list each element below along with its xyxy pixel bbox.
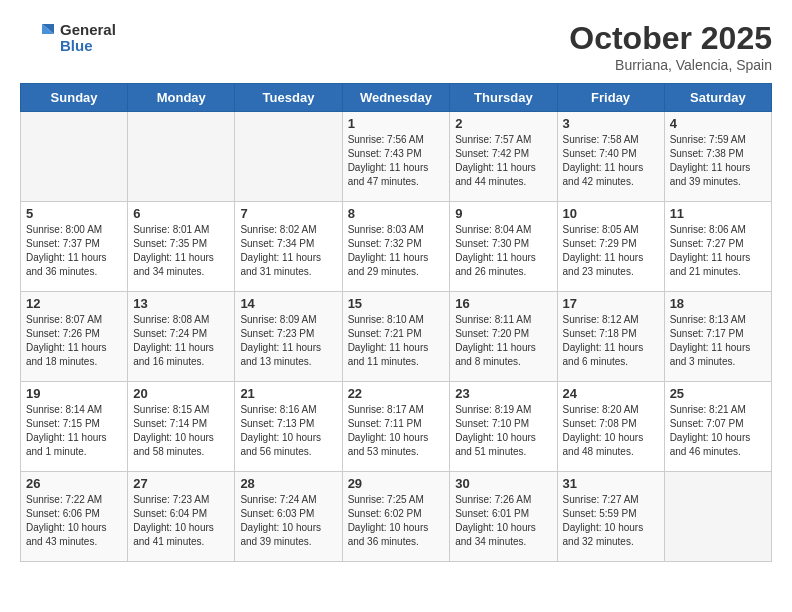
day-cell: 9Sunrise: 8:04 AM Sunset: 7:30 PM Daylig…	[450, 202, 557, 292]
day-header-friday: Friday	[557, 84, 664, 112]
day-detail: Sunrise: 7:23 AM Sunset: 6:04 PM Dayligh…	[133, 493, 229, 549]
day-detail: Sunrise: 8:21 AM Sunset: 7:07 PM Dayligh…	[670, 403, 766, 459]
day-detail: Sunrise: 7:25 AM Sunset: 6:02 PM Dayligh…	[348, 493, 445, 549]
day-number: 9	[455, 206, 551, 221]
day-header-monday: Monday	[128, 84, 235, 112]
day-detail: Sunrise: 8:11 AM Sunset: 7:20 PM Dayligh…	[455, 313, 551, 369]
day-cell	[664, 472, 771, 562]
day-cell: 18Sunrise: 8:13 AM Sunset: 7:17 PM Dayli…	[664, 292, 771, 382]
day-header-tuesday: Tuesday	[235, 84, 342, 112]
day-number: 14	[240, 296, 336, 311]
title-block: October 2025 Burriana, Valencia, Spain	[569, 20, 772, 73]
day-header-saturday: Saturday	[664, 84, 771, 112]
day-detail: Sunrise: 7:57 AM Sunset: 7:42 PM Dayligh…	[455, 133, 551, 189]
day-cell: 22Sunrise: 8:17 AM Sunset: 7:11 PM Dayli…	[342, 382, 450, 472]
day-cell: 16Sunrise: 8:11 AM Sunset: 7:20 PM Dayli…	[450, 292, 557, 382]
day-cell: 2Sunrise: 7:57 AM Sunset: 7:42 PM Daylig…	[450, 112, 557, 202]
day-number: 15	[348, 296, 445, 311]
day-detail: Sunrise: 7:24 AM Sunset: 6:03 PM Dayligh…	[240, 493, 336, 549]
day-cell	[128, 112, 235, 202]
day-number: 11	[670, 206, 766, 221]
day-number: 31	[563, 476, 659, 491]
subtitle: Burriana, Valencia, Spain	[569, 57, 772, 73]
day-detail: Sunrise: 8:16 AM Sunset: 7:13 PM Dayligh…	[240, 403, 336, 459]
day-number: 12	[26, 296, 122, 311]
day-detail: Sunrise: 8:08 AM Sunset: 7:24 PM Dayligh…	[133, 313, 229, 369]
day-detail: Sunrise: 7:56 AM Sunset: 7:43 PM Dayligh…	[348, 133, 445, 189]
day-detail: Sunrise: 8:01 AM Sunset: 7:35 PM Dayligh…	[133, 223, 229, 279]
day-detail: Sunrise: 7:59 AM Sunset: 7:38 PM Dayligh…	[670, 133, 766, 189]
day-number: 28	[240, 476, 336, 491]
day-cell: 7Sunrise: 8:02 AM Sunset: 7:34 PM Daylig…	[235, 202, 342, 292]
day-detail: Sunrise: 8:20 AM Sunset: 7:08 PM Dayligh…	[563, 403, 659, 459]
day-cell: 30Sunrise: 7:26 AM Sunset: 6:01 PM Dayli…	[450, 472, 557, 562]
day-number: 6	[133, 206, 229, 221]
day-cell: 6Sunrise: 8:01 AM Sunset: 7:35 PM Daylig…	[128, 202, 235, 292]
day-number: 21	[240, 386, 336, 401]
day-number: 23	[455, 386, 551, 401]
day-number: 27	[133, 476, 229, 491]
day-cell: 31Sunrise: 7:27 AM Sunset: 5:59 PM Dayli…	[557, 472, 664, 562]
day-number: 20	[133, 386, 229, 401]
day-number: 3	[563, 116, 659, 131]
day-detail: Sunrise: 8:00 AM Sunset: 7:37 PM Dayligh…	[26, 223, 122, 279]
day-cell: 28Sunrise: 7:24 AM Sunset: 6:03 PM Dayli…	[235, 472, 342, 562]
day-cell: 8Sunrise: 8:03 AM Sunset: 7:32 PM Daylig…	[342, 202, 450, 292]
day-detail: Sunrise: 8:15 AM Sunset: 7:14 PM Dayligh…	[133, 403, 229, 459]
day-detail: Sunrise: 8:07 AM Sunset: 7:26 PM Dayligh…	[26, 313, 122, 369]
day-detail: Sunrise: 8:06 AM Sunset: 7:27 PM Dayligh…	[670, 223, 766, 279]
day-cell: 3Sunrise: 7:58 AM Sunset: 7:40 PM Daylig…	[557, 112, 664, 202]
day-number: 19	[26, 386, 122, 401]
day-number: 22	[348, 386, 445, 401]
day-cell: 20Sunrise: 8:15 AM Sunset: 7:14 PM Dayli…	[128, 382, 235, 472]
day-number: 18	[670, 296, 766, 311]
day-number: 10	[563, 206, 659, 221]
day-detail: Sunrise: 7:26 AM Sunset: 6:01 PM Dayligh…	[455, 493, 551, 549]
day-number: 13	[133, 296, 229, 311]
day-cell: 5Sunrise: 8:00 AM Sunset: 7:37 PM Daylig…	[21, 202, 128, 292]
day-cell: 1Sunrise: 7:56 AM Sunset: 7:43 PM Daylig…	[342, 112, 450, 202]
day-detail: Sunrise: 8:17 AM Sunset: 7:11 PM Dayligh…	[348, 403, 445, 459]
day-number: 8	[348, 206, 445, 221]
day-number: 17	[563, 296, 659, 311]
day-cell: 19Sunrise: 8:14 AM Sunset: 7:15 PM Dayli…	[21, 382, 128, 472]
day-number: 29	[348, 476, 445, 491]
day-cell	[21, 112, 128, 202]
day-detail: Sunrise: 8:10 AM Sunset: 7:21 PM Dayligh…	[348, 313, 445, 369]
day-cell	[235, 112, 342, 202]
day-cell: 4Sunrise: 7:59 AM Sunset: 7:38 PM Daylig…	[664, 112, 771, 202]
day-cell: 14Sunrise: 8:09 AM Sunset: 7:23 PM Dayli…	[235, 292, 342, 382]
page-header: General Blue October 2025 Burriana, Vale…	[20, 20, 772, 73]
day-cell: 12Sunrise: 8:07 AM Sunset: 7:26 PM Dayli…	[21, 292, 128, 382]
header-row: SundayMondayTuesdayWednesdayThursdayFrid…	[21, 84, 772, 112]
day-header-wednesday: Wednesday	[342, 84, 450, 112]
day-detail: Sunrise: 8:09 AM Sunset: 7:23 PM Dayligh…	[240, 313, 336, 369]
day-number: 5	[26, 206, 122, 221]
day-cell: 17Sunrise: 8:12 AM Sunset: 7:18 PM Dayli…	[557, 292, 664, 382]
day-number: 30	[455, 476, 551, 491]
week-row-1: 1Sunrise: 7:56 AM Sunset: 7:43 PM Daylig…	[21, 112, 772, 202]
day-number: 26	[26, 476, 122, 491]
day-detail: Sunrise: 8:04 AM Sunset: 7:30 PM Dayligh…	[455, 223, 551, 279]
day-detail: Sunrise: 7:22 AM Sunset: 6:06 PM Dayligh…	[26, 493, 122, 549]
day-detail: Sunrise: 8:14 AM Sunset: 7:15 PM Dayligh…	[26, 403, 122, 459]
month-title: October 2025	[569, 20, 772, 57]
day-number: 2	[455, 116, 551, 131]
day-detail: Sunrise: 7:27 AM Sunset: 5:59 PM Dayligh…	[563, 493, 659, 549]
day-cell: 23Sunrise: 8:19 AM Sunset: 7:10 PM Dayli…	[450, 382, 557, 472]
day-cell: 25Sunrise: 8:21 AM Sunset: 7:07 PM Dayli…	[664, 382, 771, 472]
day-cell: 10Sunrise: 8:05 AM Sunset: 7:29 PM Dayli…	[557, 202, 664, 292]
day-number: 16	[455, 296, 551, 311]
day-number: 4	[670, 116, 766, 131]
day-cell: 13Sunrise: 8:08 AM Sunset: 7:24 PM Dayli…	[128, 292, 235, 382]
day-number: 7	[240, 206, 336, 221]
day-cell: 27Sunrise: 7:23 AM Sunset: 6:04 PM Dayli…	[128, 472, 235, 562]
day-detail: Sunrise: 8:12 AM Sunset: 7:18 PM Dayligh…	[563, 313, 659, 369]
week-row-3: 12Sunrise: 8:07 AM Sunset: 7:26 PM Dayli…	[21, 292, 772, 382]
day-cell: 26Sunrise: 7:22 AM Sunset: 6:06 PM Dayli…	[21, 472, 128, 562]
week-row-4: 19Sunrise: 8:14 AM Sunset: 7:15 PM Dayli…	[21, 382, 772, 472]
day-cell: 24Sunrise: 8:20 AM Sunset: 7:08 PM Dayli…	[557, 382, 664, 472]
day-cell: 15Sunrise: 8:10 AM Sunset: 7:21 PM Dayli…	[342, 292, 450, 382]
day-detail: Sunrise: 8:03 AM Sunset: 7:32 PM Dayligh…	[348, 223, 445, 279]
calendar-table: SundayMondayTuesdayWednesdayThursdayFrid…	[20, 83, 772, 562]
